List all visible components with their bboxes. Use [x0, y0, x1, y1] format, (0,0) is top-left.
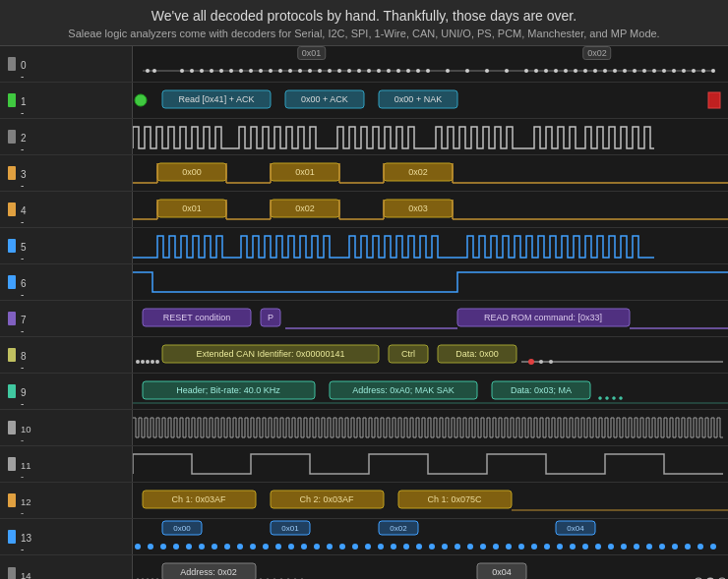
svg-point-166 [442, 544, 448, 550]
color-swatch-13 [8, 530, 16, 544]
svg-point-31 [485, 69, 489, 73]
channel-row-i2c-data: 1 - I2C (Data) Read [0x41] + ACK 0x00 + … [0, 83, 728, 119]
channel-row-i2c-clock: 2 - I2C (Clock) [0, 119, 728, 155]
signal-area-13: 0x00 0x01 0x02 0x04 [133, 519, 728, 554]
color-swatch-8 [8, 348, 16, 362]
svg-text:0x00 + NAK: 0x00 + NAK [394, 94, 442, 104]
svg-point-108 [141, 360, 145, 364]
svg-text:0x00: 0x00 [173, 524, 191, 533]
channel-row-spi-enable: 6 - SPI (Enable) [0, 264, 728, 301]
channel-label-12: 12 - I2S/PCM (Data) [0, 483, 133, 518]
signal-area-14: Address: 0x02 0x04 [133, 555, 728, 579]
svg-text:0x02: 0x02 [408, 167, 428, 177]
color-swatch-3 [8, 166, 16, 180]
signal-svg-11 [133, 446, 728, 482]
svg-point-161 [378, 544, 384, 550]
svg-point-39 [583, 69, 587, 73]
channel-row-i2s-clock: 10 - I2S/PCM (Clock) [0, 410, 728, 446]
svg-point-177 [582, 544, 588, 550]
svg-point-186 [698, 544, 703, 550]
channel-row-unio: 9 - UNI/O Header; Bit-rate: 40.0 KHz Add… [0, 374, 728, 410]
svg-point-173 [531, 544, 537, 550]
channel-label-7: 7 - 1-Wire [0, 301, 133, 336]
svg-point-17 [318, 69, 322, 73]
svg-text:0x04: 0x04 [567, 524, 584, 533]
svg-point-21 [357, 69, 361, 73]
svg-point-1 [146, 69, 150, 73]
svg-point-178 [595, 544, 601, 550]
signal-area-2 [133, 119, 728, 154]
svg-point-187 [710, 544, 716, 550]
svg-point-153 [275, 544, 281, 550]
color-swatch-4 [8, 203, 16, 216]
channel-row-i2s-frame: 11 - I2S/PCM (Frame) [0, 446, 728, 483]
channel-grid: 0 - Async Serial 0x01 0x02 [0, 46, 728, 579]
signal-svg-12: Ch 1: 0x03AF Ch 2: 0x03AF Ch 1: 0x075C [133, 483, 728, 518]
channel-label-11: 11 - I2S/PCM (Frame) [0, 446, 133, 482]
svg-point-34 [534, 69, 538, 73]
svg-text:Extended CAN Identifier: 0x000: Extended CAN Identifier: 0x00000141 [196, 349, 344, 359]
channel-label-9: 9 - UNI/O [0, 374, 133, 409]
svg-text:Ch 1: 0x03AF: Ch 1: 0x03AF [171, 494, 226, 504]
svg-point-43 [623, 69, 627, 73]
svg-text:Ch 1: 0x075C: Ch 1: 0x075C [427, 494, 482, 504]
svg-point-179 [608, 544, 614, 550]
channel-label-3: 3 - SPI (MOSI) [0, 155, 133, 191]
svg-point-22 [367, 69, 371, 73]
label-text-14: 14 - MP Mode Serial [21, 570, 29, 578]
channel-row-manchester: 13 - Manchester 0x00 0x01 0x02 0x04 [0, 519, 728, 555]
signal-svg-13: 0x00 0x01 0x02 0x04 [133, 519, 728, 554]
signal-area-9: Header; Bit-rate: 40.0 KHz Address: 0xA0… [133, 374, 728, 409]
label-text-5: 5 - SPI (CLK) [21, 242, 29, 250]
label-text-2: 2 - I2C (Clock) [21, 133, 29, 141]
signal-svg-7: RESET condition P READ ROM command: [0x3… [133, 301, 728, 336]
svg-point-5 [200, 69, 204, 73]
svg-point-143 [148, 544, 153, 550]
svg-point-15 [298, 69, 302, 73]
signal-area-4: 0x01 0x02 0x03 [133, 192, 728, 227]
signal-area-10 [133, 410, 728, 445]
svg-point-107 [136, 360, 140, 364]
svg-point-8 [229, 69, 233, 73]
svg-rect-60 [708, 92, 720, 108]
svg-point-9 [239, 69, 243, 73]
svg-text:0x03: 0x03 [408, 203, 428, 213]
signal-area-8: Extended CAN Identifier: 0x00000141 Ctrl… [133, 337, 728, 373]
signal-area-6 [133, 264, 728, 300]
svg-point-20 [347, 69, 351, 73]
channel-label-8: 8 - CAN [0, 337, 133, 373]
svg-point-13 [278, 69, 282, 73]
svg-point-170 [493, 544, 499, 550]
svg-point-27 [416, 69, 420, 73]
svg-point-113 [528, 359, 534, 365]
svg-point-149 [224, 544, 230, 550]
svg-point-142 [135, 544, 141, 550]
svg-point-42 [613, 69, 617, 73]
svg-point-182 [646, 544, 652, 550]
signal-svg-6 [133, 264, 728, 300]
svg-point-176 [570, 544, 576, 550]
label-text-11: 11 - I2S/PCM (Frame) [21, 460, 29, 468]
signal-area-5 [133, 228, 728, 263]
svg-point-45 [642, 69, 646, 73]
channel-label-1: 1 - I2C (Data) [0, 83, 133, 118]
svg-point-146 [186, 544, 192, 550]
color-swatch-10 [8, 421, 16, 434]
svg-text:Ctrl: Ctrl [401, 349, 415, 359]
label-text-13: 13 - Manchester [21, 533, 29, 541]
svg-point-33 [524, 69, 528, 73]
svg-point-110 [151, 360, 154, 364]
signal-svg-8: Extended CAN Identifier: 0x00000141 Ctrl… [133, 337, 728, 373]
svg-point-145 [173, 544, 179, 550]
label-text-10: 10 - I2S/PCM (Clock) [21, 424, 29, 432]
color-swatch-6 [8, 275, 16, 289]
channel-row-spi-mosi: 3 - SPI (MOSI) 0x00 0x01 0x02 [0, 155, 728, 192]
svg-point-148 [212, 544, 217, 550]
channel-label-6: 6 - SPI (Enable) [0, 264, 133, 300]
svg-point-126 [620, 397, 623, 400]
svg-point-171 [506, 544, 512, 550]
svg-point-163 [403, 544, 409, 550]
svg-text:0x01: 0x01 [295, 167, 315, 177]
svg-point-114 [539, 360, 543, 364]
svg-point-124 [606, 397, 609, 400]
